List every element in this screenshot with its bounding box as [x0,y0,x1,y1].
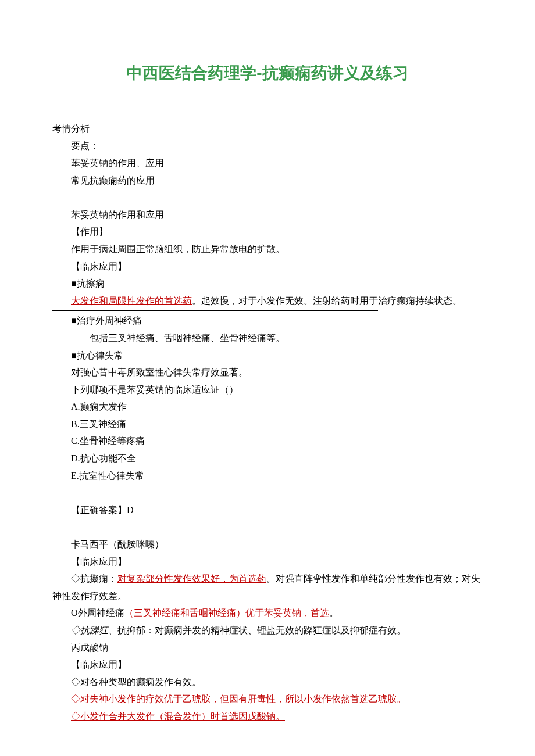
text-neuralgia-tail: 。 [329,608,338,618]
text-carbamazepine-antiepi: ◇抗掇痫：对复杂部分性发作效果好，为首选药。对强直阵挛性发作和单纯部分性发作也有… [52,570,483,604]
text-neuralgia-types: 包括三叉神经痛、舌咽神经痛、坐骨神经痛等。 [52,329,483,347]
heading-carbamazepine: 卡马西平（酰胺咪嗪） [52,536,483,553]
highlight-absence-seizure: ◇对失神小发作的疗效优于乙琥胺，但因有肝毒性，所以小发作依然首选乙琥胺。 [71,694,406,704]
highlight-mixed-seizure: ◇小发作合并大发作（混合发作）时首选因戊酸钠。 [71,711,285,721]
heading-valproate: 丙戊酸钠 [52,639,483,657]
text-first-choice-tail: 。起效慢，对于小发作无效。注射给药时用于治疗癫痫持续状态。 [192,296,462,306]
highlight-trigeminal: （三叉神经痛和舌咽神经痛）优于苯妥英钠，首选 [124,608,329,618]
label-peripheral-pain: O外周神经痛 [71,608,124,618]
heading-phenytoin: 苯妥英钠的作用和应用 [52,206,483,224]
heading-clinical-use-2: 【临床应用】 [52,553,483,571]
text-carbamazepine-neuralgia: O外周神经痛（三叉神经痛和舌咽神经痛）优于苯妥英钠，首选。 [52,604,483,622]
section-exam-analysis: 考情分析 [52,120,483,138]
text-antimanic-rest: 、抗抑郁：对癫痫并发的精神症状、锂盐无效的躁狂症以及抑郁症有效。 [108,625,406,635]
spacer [52,484,483,501]
label-antiepi: ◇抗掇痫： [71,574,117,583]
divider [52,310,378,311]
text-valproate-absence: ◇对失神小发作的疗效优于乙琥胺，但因有肝毒性，所以小发作依然首选乙琥胺。 [52,690,483,708]
bullet-peripheral-neuralgia: ■治疗外周神经痛 [52,312,483,329]
highlight-first-choice: 大发作和局限性发作的首选药 [71,296,192,306]
text-point-1: 苯妥英钠的作用、应用 [52,155,483,172]
option-d: D.抗心功能不全 [52,450,483,467]
text-action-desc: 作用于病灶周围正常脑组织，防止异常放电的扩散。 [52,241,483,258]
heading-action: 【作用】 [52,223,483,241]
spacer [52,518,483,536]
bullet-antiepileptic: ■抗擦痫 [52,275,483,292]
highlight-complex-partial: 对复杂部分性发作效果好，为首选药 [117,574,266,583]
option-b: B.三叉神经痛 [52,415,483,433]
bullet-antiarrhythmic: ■抗心律失常 [52,347,483,364]
document-title: 中西医结合药理学-抗癫痫药讲义及练习 [52,58,483,88]
text-first-choice: 大发作和局限性发作的首选药。起效慢，对于小发作无效。注射给药时用于治疗癫痫持续状… [52,292,483,310]
italic-antimanic: ◇抗躁狂 [71,625,108,635]
text-antiarrhythmic-desc: 对强心昔中毒所致室性心律失常疗效显著。 [52,364,483,381]
option-c: C.坐骨神经等疼痛 [52,432,483,450]
heading-clinical-use-3: 【临床应用】 [52,656,483,673]
answer: 【正确答案】D [52,501,483,519]
text-keypoints: 要点： [52,137,483,155]
text-valproate-all-types: ◇对各种类型的癫痫发作有效。 [52,673,483,691]
heading-clinical-use: 【临床应用】 [52,258,483,275]
option-a: A.癫痫大发作 [52,398,483,415]
question-stem: 下列哪项不是苯妥英钠的临床适应证（） [52,381,483,399]
text-antimanic: ◇抗躁狂、抗抑郁：对癫痫并发的精神症状、锂盐无效的躁狂症以及抑郁症有效。 [52,622,483,639]
text-point-2: 常见抗癫痫药的应用 [52,172,483,189]
spacer [52,189,483,206]
option-e: E.抗室性心律失常 [52,467,483,485]
text-valproate-mixed: ◇小发作合并大发作（混合发作）时首选因戊酸钠。 [52,708,483,725]
